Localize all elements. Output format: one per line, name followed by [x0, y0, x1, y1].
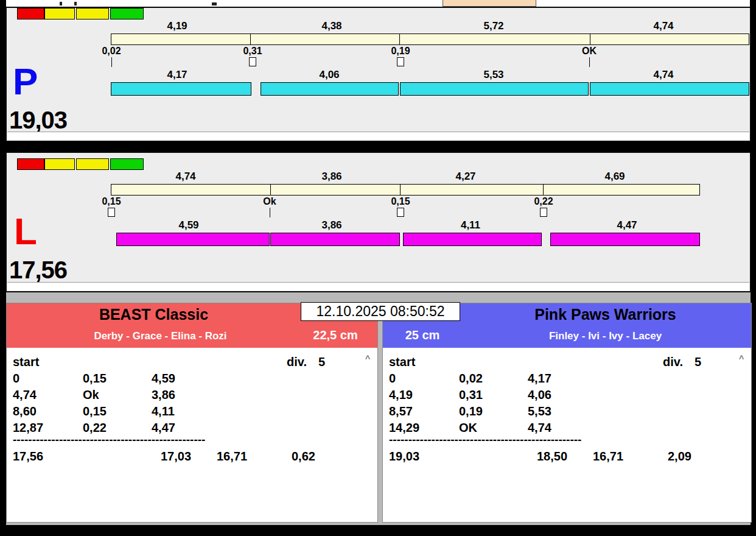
result-row: 0 0,02 4,17 [383, 372, 751, 386]
run-segment [116, 233, 270, 246]
team-name: BEAST Classic [7, 306, 301, 323]
cumulative-time: 0 [13, 372, 19, 386]
pass-checkbox[interactable] [108, 208, 115, 217]
pass-time-label: 0,02 [87, 46, 136, 57]
jump-height: 25 cm [389, 328, 456, 342]
clipped-text-fragment [212, 2, 217, 5]
run-segment [403, 233, 542, 246]
pass-checkbox[interactable] [249, 57, 256, 66]
run-time-label: 4,47 [600, 219, 654, 231]
run-bar [111, 82, 749, 96]
team-results-list[interactable]: start div. 5 ^ 0 0,02 4,17 4,19 0,31 4,0… [383, 348, 751, 522]
division-label: div. [663, 355, 683, 369]
division-label: div. [287, 355, 307, 369]
lane-status-strip [7, 132, 749, 140]
totals-row: 17,56 17,03 16,71 0,62 [7, 450, 377, 464]
split-divider [399, 34, 400, 44]
results-separator: ----------------------------------------… [13, 433, 205, 446]
split-divider [400, 185, 401, 195]
run-time: 5,53 [528, 404, 551, 418]
team-members: Finley - Ivi - Ivy - Lacey [461, 330, 750, 342]
best-time: 16,71 [593, 450, 623, 464]
pass-checkbox[interactable] [540, 208, 547, 217]
run-time-label: 4,11 [443, 219, 498, 231]
team-panel-left: BEAST Classic Derby - Grace - Elina - Ro… [6, 303, 378, 523]
pass-time-label: 0,31 [228, 46, 277, 57]
split-time-label: 5,72 [466, 20, 521, 32]
run-time-label: 4,59 [161, 219, 216, 231]
run-segment [590, 82, 749, 96]
pass-time: 0,19 [459, 404, 483, 418]
run-time-label: 3,86 [304, 219, 359, 231]
run-segment [111, 82, 251, 96]
split-bar [111, 184, 700, 196]
run-time: 4,06 [528, 388, 551, 402]
pass-time: 0,31 [459, 388, 483, 402]
lane-letter: P [13, 63, 38, 100]
split-time-label: 4,19 [150, 20, 205, 32]
run-time: 4,11 [152, 404, 175, 418]
split-time-label: 4,27 [438, 171, 493, 183]
run-time-label: 4,74 [636, 69, 691, 81]
start-light-yellow-2 [76, 8, 109, 19]
clipped-tab[interactable] [443, 0, 536, 7]
split-time-label: 3,86 [304, 171, 359, 183]
scroll-up-arrow[interactable]: ^ [365, 354, 370, 364]
pass-tick [589, 57, 590, 67]
sum-time: 17,03 [161, 450, 191, 464]
start-light-red [17, 8, 44, 19]
pass-checkbox[interactable] [397, 208, 404, 217]
results-header-row: start div. 5 [383, 355, 751, 370]
pass-time-label: 0,15 [376, 196, 425, 207]
team-results-list[interactable]: start div. 5 ^ 0 0,15 4,59 4,74 Ok 3,86 … [7, 348, 377, 522]
lane-status-strip [7, 282, 749, 291]
split-time-label: 4,74 [158, 171, 213, 183]
pass-time-label: OK [565, 46, 614, 57]
start-light-yellow-1 [44, 8, 75, 19]
sum-time: 18,50 [537, 450, 567, 464]
run-segment [261, 82, 399, 96]
clipped-text-fragment [60, 2, 62, 5]
lane-letter: L [14, 213, 37, 250]
start-light-red [17, 158, 44, 170]
pass-checkbox[interactable] [397, 57, 404, 66]
total-time: 19,03 [389, 450, 419, 464]
cumulative-time: 8,60 [13, 404, 37, 418]
split-divider [543, 185, 544, 195]
pass-tick [270, 208, 270, 217]
run-time: 4,17 [528, 372, 551, 386]
pass-time: 0,15 [83, 404, 107, 418]
start-light-green [110, 158, 144, 170]
run-segment [400, 82, 589, 96]
split-divider [270, 185, 271, 195]
results-header-row: start div. 5 [7, 355, 377, 370]
team-name: Pink Paws Warriors [461, 306, 750, 323]
split-divider [250, 34, 251, 44]
result-row: 4,74 Ok 3,86 [7, 388, 377, 403]
team-panel-right: Pink Paws Warriors Finley - Ivi - Ivy - … [382, 303, 752, 523]
scroll-up-arrow[interactable]: ^ [739, 354, 744, 364]
split-divider [590, 34, 590, 44]
cumulative-time: 4,19 [389, 388, 413, 402]
result-row: 4,19 0,31 4,06 [383, 388, 751, 403]
pass-time-label: Ok [245, 196, 294, 207]
pass-time-label: 0,19 [376, 46, 425, 57]
lane-panel-p: 4,19 4,38 5,72 4,74 0,02 0,31 0,19 OK 4,… [6, 7, 751, 141]
start-light-yellow-1 [44, 158, 75, 170]
run-bar [111, 233, 700, 246]
app-window: 4,19 4,38 5,72 4,74 0,02 0,31 0,19 OK 4,… [0, 0, 756, 536]
start-light-yellow-2 [76, 158, 109, 170]
pass-time: Ok [83, 388, 99, 402]
result-row: 8,57 0,19 5,53 [383, 404, 751, 419]
results-separator: ----------------------------------------… [389, 433, 581, 446]
start-label: start [389, 355, 415, 369]
diff-time: 0,62 [292, 450, 315, 464]
cumulative-time: 8,57 [389, 404, 413, 418]
totals-row: 19,03 18,50 16,71 2,09 [383, 450, 751, 464]
start-light-green [110, 8, 144, 19]
pass-time-label: 0,22 [519, 196, 568, 207]
result-row: 0 0,15 4,59 [7, 372, 377, 386]
pass-tick [111, 57, 112, 67]
clipped-text-fragment [74, 2, 77, 5]
cumulative-time: 0 [389, 372, 396, 386]
